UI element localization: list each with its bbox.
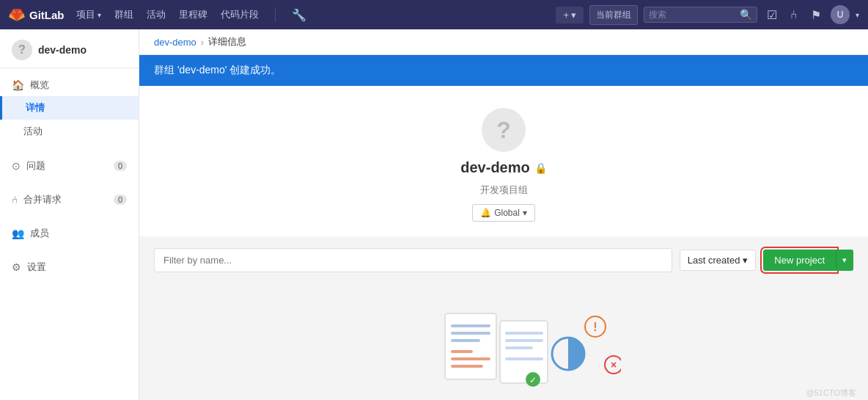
bell-icon: 🔔 [480,208,491,218]
search-icon: 🔍 [740,9,752,21]
group-name-row: dev-demo 🔒 [460,159,546,176]
sidebar-issues-header[interactable]: ⊙ 问题 0 [0,155,139,177]
sort-caret: ▾ [743,255,748,266]
svg-rect-0 [445,313,496,379]
menu-item-snippets[interactable]: 代码片段 [215,0,265,29]
sidebar-item-activity[interactable]: 活动 [0,120,139,143]
sidebar-activity-label: 活动 [23,125,43,138]
plus-icon: + [563,10,569,21]
sort-label: Last created [688,255,740,266]
sidebar-members-label: 成员 [30,227,49,240]
home-icon: 🏠 [12,79,24,91]
sidebar-overview-label: 概览 [30,79,49,92]
svg-rect-2 [451,332,490,335]
notification-button[interactable]: 🔔 Global ▾ [472,204,535,222]
merge-requests-icon[interactable]: ⑃ [787,8,801,21]
svg-rect-10 [505,346,533,349]
sidebar-settings-section: ⚙ 设置 [0,250,139,284]
sort-dropdown[interactable]: Last created ▾ [680,250,757,271]
group-header: ? dev-demo 🔒 开发项目组 🔔 Global ▾ [139,86,868,236]
breadcrumb-current: 详细信息 [208,35,246,48]
menu-item-activity[interactable]: 活动 [141,0,172,29]
page-layout: ? dev-demo 🏠 概览 详情 活动 ⊙ 问题 0 [0,29,868,400]
menu-item-groups[interactable]: 群组 [108,0,139,29]
search-input[interactable] [649,10,737,20]
todos-icon[interactable]: ☑ [763,8,781,22]
merge-nav-icon: ⑃ [12,194,18,206]
sidebar-item-details[interactable]: 详情 [0,96,139,120]
avatar-char: ? [496,117,511,144]
sidebar-merge-section: ⑃ 合并请求 0 [0,183,139,217]
issues-icon[interactable]: ⚑ [807,8,825,22]
user-menu-caret[interactable]: ▾ [856,11,859,19]
current-group-selector[interactable]: 当前群组 [589,5,638,25]
plus-caret: ▾ [571,10,576,21]
breadcrumb: dev-demo › 详细信息 [139,29,868,55]
sidebar-issues-section: ⊙ 问题 0 [0,149,139,183]
new-project-button-group: New project ▾ [763,250,853,271]
members-nav-icon: 👥 [12,228,24,239]
main-content: dev-demo › 详细信息 群组 'dev-demo' 创建成功。 ? de… [139,29,868,400]
breadcrumb-parent-link[interactable]: dev-demo [154,37,196,48]
svg-rect-6 [451,365,483,368]
sidebar-issues-label: 问题 [26,159,45,172]
sidebar-members-header[interactable]: 👥 成员 [0,222,139,244]
success-banner: 群组 'dev-demo' 创建成功。 [139,55,868,86]
sidebar-details-label: 详情 [26,101,45,114]
svg-rect-8 [505,332,543,335]
top-menu: 项目▾ 群组 活动 里程碑 代码片段 [70,0,265,29]
new-project-dropdown-button[interactable]: ▾ [836,250,853,271]
watermark: @51CTO博客 [806,388,856,399]
svg-rect-7 [500,321,548,383]
merge-badge: 0 [114,194,127,205]
svg-rect-9 [505,339,543,342]
topnav-right-section: + ▾ 当前群组 🔍 ☑ ⑃ ⚑ U ▾ [556,5,859,25]
issues-badge: 0 [114,161,127,171]
svg-rect-1 [451,324,490,327]
svg-text:×: × [611,359,617,371]
new-item-button[interactable]: + ▾ [556,7,584,23]
sidebar-settings-label: 设置 [27,261,46,274]
filter-row: Last created ▾ New project ▾ [139,236,868,284]
notification-caret: ▾ [523,208,527,218]
global-search[interactable]: 🔍 [644,7,757,23]
group-description: 开发项目组 [480,183,528,197]
svg-rect-5 [451,357,490,360]
success-message: 群组 'dev-demo' 创建成功。 [154,64,281,76]
breadcrumb-separator: › [201,37,204,48]
notification-label: Global [494,208,520,218]
empty-state-illustration: ! × ✓ [386,284,621,400]
sidebar-overview-section: 🏠 概览 详情 活动 [0,68,139,149]
svg-text:✓: ✓ [529,375,537,385]
group-avatar: ? [482,108,526,152]
gitlab-logo-icon [9,7,25,23]
sidebar-overview-header[interactable]: 🏠 概览 [0,74,139,96]
lock-icon: 🔒 [534,162,547,174]
svg-rect-11 [505,357,543,360]
user-avatar[interactable]: U [831,5,850,24]
menu-item-projects[interactable]: 项目▾ [70,0,107,29]
issues-nav-icon: ⊙ [12,160,21,172]
group-name-text: dev-demo [38,44,87,56]
settings-nav-icon: ⚙ [12,261,21,273]
new-project-button[interactable]: New project [763,250,836,271]
nav-divider [275,7,276,22]
sidebar-members-section: 👥 成员 [0,217,139,250]
group-name-heading: dev-demo [460,159,529,176]
gitlab-brand-text: GitLab [29,9,65,21]
sidebar-merge-header[interactable]: ⑃ 合并请求 0 [0,189,139,211]
group-avatar-icon: ? [12,40,32,60]
sidebar: ? dev-demo 🏠 概览 详情 活动 ⊙ 问题 0 [0,29,139,400]
top-navigation: GitLab 项目▾ 群组 活动 里程碑 代码片段 🔧 + ▾ 当前群组 🔍 ☑… [0,0,868,29]
admin-wrench-icon[interactable]: 🔧 [286,8,312,22]
svg-rect-4 [451,350,473,353]
svg-rect-3 [451,339,480,342]
menu-item-milestones[interactable]: 里程碑 [173,0,213,29]
svg-text:!: ! [593,321,597,333]
empty-illustration-area: ! × ✓ @51CTO博客 [139,284,868,400]
sidebar-settings-header[interactable]: ⚙ 设置 [0,256,139,278]
filter-input[interactable] [154,248,672,272]
brand-logo[interactable]: GitLab [9,7,65,23]
sidebar-group-name: ? dev-demo [0,29,139,68]
sidebar-merge-label: 合并请求 [23,193,62,206]
